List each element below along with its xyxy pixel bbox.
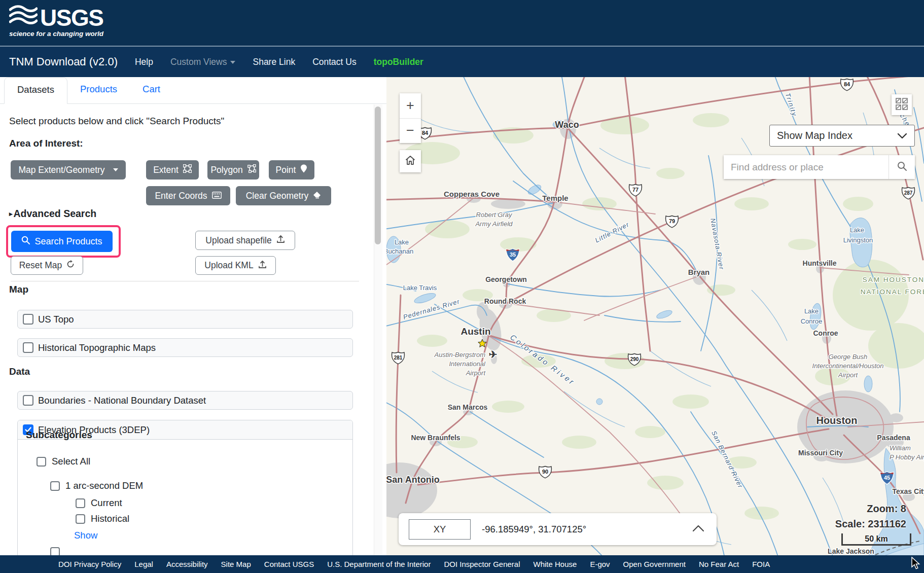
upload-kml-label: Upload KML xyxy=(204,260,253,271)
footer-link[interactable]: Accessibility xyxy=(166,560,208,568)
extent-rectangle-icon xyxy=(183,164,192,175)
reset-map-button[interactable]: Reset Map xyxy=(11,256,83,275)
map-label: Airport xyxy=(838,371,859,379)
section-divider xyxy=(11,281,359,281)
refresh-icon xyxy=(66,260,75,271)
map-label: P Hobby Airp xyxy=(890,453,924,461)
subcategory-label: Historical xyxy=(91,513,129,524)
subcategory-1-arc-second-dem[interactable]: 1 arc-second DEM xyxy=(50,480,143,491)
nav-item-contact-us[interactable]: Contact Us xyxy=(312,57,357,67)
address-search-input[interactable] xyxy=(724,155,889,179)
elevation-products-container: Elevation Products (3DEP) Subcategories … xyxy=(17,420,353,573)
checkbox-unchecked[interactable] xyxy=(37,457,46,467)
map-label: Georgetown xyxy=(485,275,527,283)
panel-scrollbar-thumb[interactable] xyxy=(375,106,381,244)
checkbox-unchecked[interactable] xyxy=(76,498,85,508)
svg-text:281: 281 xyxy=(394,355,403,361)
address-search-button[interactable] xyxy=(889,155,915,179)
checkbox-unchecked[interactable] xyxy=(23,314,33,325)
polygon-button[interactable]: Polygon > xyxy=(207,160,259,180)
advanced-search-toggle[interactable]: ▸ Advanced Search xyxy=(9,208,96,220)
checkbox-label: US Topo xyxy=(38,314,74,325)
app-title: TNM Download (v2.0) xyxy=(9,55,118,68)
checkbox-unchecked[interactable] xyxy=(23,395,33,406)
reset-map-label: Reset Map xyxy=(19,260,62,271)
footer-link[interactable]: Open Government xyxy=(623,560,686,568)
map-label: Bryan xyxy=(688,268,710,276)
nav-item-topobuilder[interactable]: topoBuilder xyxy=(374,57,423,67)
upload-shapefile-button[interactable]: Upload shapefile xyxy=(195,231,295,250)
upload-shapefile-label: Upload shapefile xyxy=(205,235,271,246)
svg-text:84: 84 xyxy=(844,81,850,87)
footer-link[interactable]: DOI Privacy Policy xyxy=(58,560,121,568)
subcategory-historical[interactable]: Historical xyxy=(76,513,129,524)
footer-link[interactable]: DOI Inspector General xyxy=(444,560,520,568)
map-pin-icon xyxy=(300,164,307,175)
extent-button[interactable]: Extent xyxy=(146,160,199,180)
checkbox-unchecked[interactable] xyxy=(50,481,60,491)
map-label: San Marcos xyxy=(448,403,488,411)
subcategory-label: 1 arc-second DEM xyxy=(65,480,143,491)
map-label: Austin-Bergstrom xyxy=(434,351,486,359)
footer-link[interactable]: No Fear Act xyxy=(699,560,739,568)
zoom-out-button[interactable]: − xyxy=(400,119,421,144)
tab-cart[interactable]: Cart xyxy=(130,77,173,103)
checkbox-unchecked[interactable] xyxy=(23,342,33,353)
map-extent-geometry-button[interactable]: Map Extent/Geometry xyxy=(11,160,126,180)
keyboard-icon xyxy=(212,191,222,201)
polygon-icon: > xyxy=(247,164,256,175)
basemap-gallery-button[interactable] xyxy=(892,94,912,115)
zoom-control: + − xyxy=(400,93,421,143)
enter-coords-label: Enter Coords xyxy=(155,191,207,201)
checkbox-label: Historical Topographic Maps xyxy=(38,342,156,353)
map-label: Lake xyxy=(395,238,409,246)
footer-link[interactable]: E-gov xyxy=(590,560,610,568)
svg-text:35: 35 xyxy=(510,252,516,258)
footer-link[interactable]: U.S. Department of the Interior xyxy=(327,560,431,568)
tab-datasets[interactable]: Datasets xyxy=(4,77,67,104)
checkbox-unchecked[interactable] xyxy=(76,514,85,524)
home-button[interactable] xyxy=(400,150,421,172)
tab-products[interactable]: Products xyxy=(67,77,130,103)
aoi-heading: Area of Interest: xyxy=(9,138,83,149)
upload-kml-button[interactable]: Upload KML xyxy=(195,256,276,275)
show-link[interactable]: Show xyxy=(74,530,97,541)
map-label: International xyxy=(449,360,486,368)
clear-geometry-button[interactable]: Clear Geometry xyxy=(236,186,331,205)
zoom-in-button[interactable]: + xyxy=(400,93,421,118)
map-label: Conroe xyxy=(813,329,838,337)
svg-text:84: 84 xyxy=(422,130,429,136)
data-section-heading: Data xyxy=(9,366,30,377)
map-label: Airport xyxy=(466,369,486,377)
checkbox-row-historical-topo[interactable]: Historical Topographic Maps xyxy=(17,338,353,357)
enter-coords-button[interactable]: Enter Coords xyxy=(146,186,230,205)
footer-link[interactable]: Contact USGS xyxy=(264,560,314,568)
nav-item-help[interactable]: Help xyxy=(135,57,153,67)
footer-link[interactable]: FOIA xyxy=(752,560,770,568)
checkbox-row-boundaries[interactable]: Boundaries - National Boundary Dataset xyxy=(17,391,353,410)
checkbox-row-us-topo[interactable]: US Topo xyxy=(17,310,353,329)
search-products-button[interactable]: Search Products xyxy=(11,231,113,252)
footer-link[interactable]: White House xyxy=(534,560,577,568)
point-button[interactable]: Point xyxy=(269,160,314,180)
map-label: Lake xyxy=(850,226,864,234)
footer-link[interactable]: Site Map xyxy=(221,560,251,568)
chevron-up-icon[interactable] xyxy=(692,525,704,534)
nav-item-share-link[interactable]: Share Link xyxy=(253,57,295,67)
nav-item-custom-views[interactable]: Custom Views xyxy=(170,57,236,67)
map-label: NATIONAL FOREST xyxy=(861,288,924,296)
subcategory-select-all[interactable]: Select All xyxy=(37,456,90,467)
map-label: George Bush xyxy=(829,353,868,361)
map-label: New Braunfels xyxy=(411,434,460,442)
footer-link[interactable]: Legal xyxy=(134,560,153,568)
map-label: ✈ xyxy=(489,349,497,360)
map-viewport[interactable]: 84847779352812909045287 WacoCopperas Cov… xyxy=(386,77,924,573)
map-index-select[interactable]: Show Map Index xyxy=(769,125,915,147)
usgs-logo[interactable]: USGS science for a changing world xyxy=(9,4,103,38)
map-extent-label: Map Extent/Geometry xyxy=(18,165,104,175)
map-label: Buchanan xyxy=(386,247,413,255)
caret-right-icon: ▸ xyxy=(9,210,13,218)
map-label: Lake Jackson xyxy=(828,547,874,555)
subcategory-current[interactable]: Current xyxy=(76,497,122,509)
coordinate-mode-button[interactable]: XY xyxy=(409,519,471,540)
